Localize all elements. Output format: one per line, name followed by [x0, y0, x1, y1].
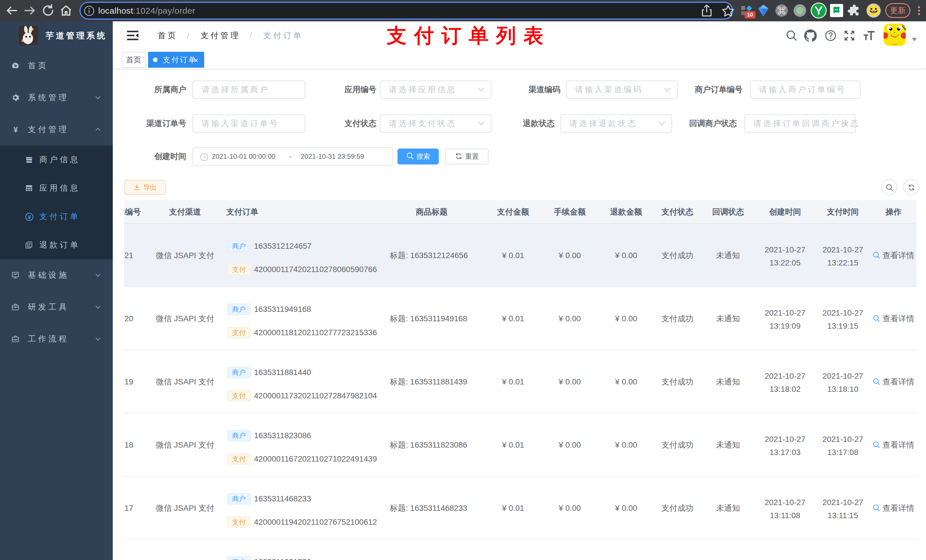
svg-text:¥: ¥: [14, 125, 18, 134]
svg-text:¥: ¥: [28, 214, 31, 220]
